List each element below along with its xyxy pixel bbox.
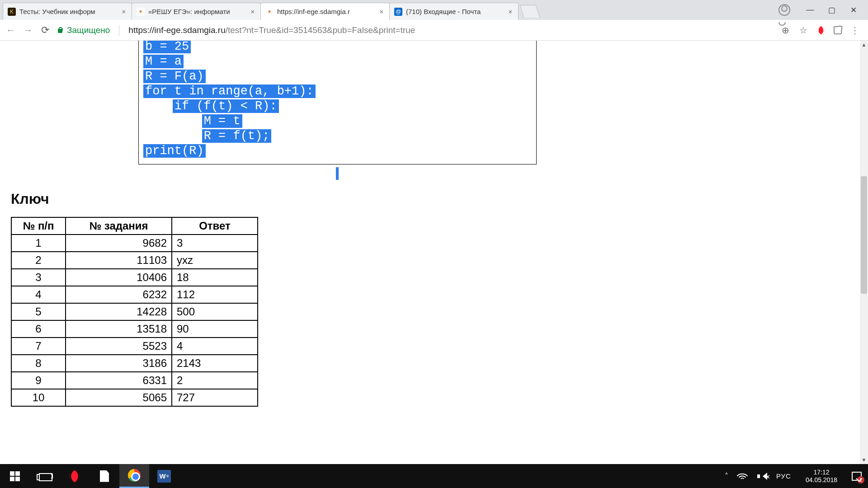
cell-index: 3: [11, 269, 66, 286]
table-header: Ответ: [172, 217, 258, 235]
secure-label: Защищено: [67, 25, 110, 35]
scroll-down-arrow-icon[interactable]: ▼: [860, 456, 868, 464]
tab-close-button[interactable]: ×: [121, 8, 127, 15]
clock-time: 17:12: [806, 469, 837, 476]
file-icon: [100, 470, 109, 482]
taskbar-opera[interactable]: [60, 464, 90, 488]
taskbar-file[interactable]: [90, 464, 119, 488]
tab-close-button[interactable]: ×: [250, 8, 256, 15]
input-language[interactable]: РУС: [776, 472, 791, 480]
new-tab-button[interactable]: [519, 5, 540, 18]
browser-tab[interactable]: KТесты: Учебник информ×: [3, 3, 132, 20]
taskbar-word[interactable]: W≡: [149, 464, 179, 488]
tab-close-button[interactable]: ×: [378, 8, 385, 15]
start-button[interactable]: [0, 464, 30, 488]
vertical-scrollbar[interactable]: ▲ ▼: [860, 41, 868, 464]
extension-icon[interactable]: [834, 26, 842, 34]
taskview-icon: [39, 472, 51, 481]
cell-answer: 3: [172, 235, 258, 252]
action-center-icon[interactable]: 1: [852, 472, 862, 481]
code-line[interactable]: M = a: [143, 54, 532, 69]
nav-forward-button[interactable]: →: [23, 24, 33, 36]
chrome-menu-button[interactable]: ⋮: [850, 25, 860, 36]
taskbar-chrome[interactable]: [119, 464, 149, 488]
cell-task-id: 5523: [66, 338, 172, 355]
windows-logo-icon: [10, 471, 20, 481]
scroll-thumb[interactable]: [861, 176, 867, 294]
task-view-button[interactable]: [30, 464, 60, 488]
volume-muted-icon[interactable]: ✕: [757, 473, 766, 480]
table-row: 963312: [11, 372, 258, 389]
cell-task-id: 5065: [66, 389, 172, 406]
nav-back-button[interactable]: ←: [5, 24, 16, 36]
cell-index: 8: [11, 355, 66, 372]
code-line[interactable]: M = t: [143, 114, 532, 129]
code-line[interactable]: for t in range(a, b+1):: [143, 84, 532, 99]
secure-indicator[interactable]: Защищено: [57, 25, 110, 35]
table-row: 831862143: [11, 355, 258, 372]
table-row: 31040618: [11, 269, 258, 286]
cell-index: 7: [11, 338, 66, 355]
cell-answer: yxz: [172, 252, 258, 269]
tab-favicon-icon: ✶: [137, 8, 145, 16]
wifi-icon[interactable]: [738, 473, 747, 480]
table-row: 514228500: [11, 303, 258, 320]
tab-title: «РЕШУ ЕГЭ»: информати: [148, 8, 246, 15]
browser-tab[interactable]: ✶https://inf-ege.sdamgia.r×: [260, 3, 390, 20]
address-bar: ← → ⟳ Защищено https://inf-ege.sdamgia.r…: [0, 20, 868, 41]
table-row: 61351890: [11, 320, 258, 338]
cell-answer: 112: [172, 286, 258, 303]
scroll-up-arrow-icon[interactable]: ▲: [860, 41, 868, 49]
window-minimize-button[interactable]: —: [806, 5, 815, 14]
code-line[interactable]: b = 25: [143, 41, 532, 54]
table-header: № п/п: [11, 217, 66, 235]
browser-titlebar: KТесты: Учебник информ×✶«РЕШУ ЕГЭ»: инфо…: [0, 0, 868, 20]
tab-title: (710) Входящие - Почта: [406, 8, 504, 15]
cell-task-id: 10406: [66, 269, 172, 286]
browser-tab[interactable]: @(710) Входящие - Почта×: [389, 3, 519, 20]
table-row: 211103yxz: [11, 252, 258, 269]
windows-taskbar: W≡ ˄ ✕ РУС 17:12 04.05.2018 1: [0, 464, 868, 488]
cell-answer: 90: [172, 320, 258, 338]
tab-favicon-icon: @: [394, 8, 402, 16]
cell-task-id: 14228: [66, 303, 172, 320]
tab-favicon-icon: ✶: [265, 8, 274, 16]
code-line[interactable]: if (f(t) < R):: [143, 99, 532, 114]
nav-reload-button[interactable]: ⟳: [40, 24, 51, 36]
system-tray: ˄ ✕ РУС 17:12 04.05.2018 1: [722, 469, 868, 484]
lock-icon: [57, 27, 63, 33]
code-line[interactable]: R = f(t);: [143, 129, 532, 144]
cell-answer: 2: [172, 372, 258, 389]
word-icon: W≡: [157, 470, 171, 483]
table-header: № задания: [66, 217, 172, 235]
tab-close-button[interactable]: ×: [507, 8, 514, 15]
url-field[interactable]: https://inf-ege.sdamgia.ru/test?nt=True&…: [128, 25, 774, 35]
page-viewport[interactable]: b = 25M = aR = F(a)for t in range(a, b+1…: [0, 41, 860, 464]
clock-date: 04.05.2018: [806, 476, 837, 484]
window-maximize-button[interactable]: ▢: [827, 5, 836, 15]
code-line[interactable]: R = F(a): [143, 69, 532, 84]
answers-table: № п/п№ заданияОтвет 196823211103yxz31040…: [11, 217, 258, 407]
tabs-strip: KТесты: Учебник информ×✶«РЕШУ ЕГЭ»: инфо…: [0, 0, 518, 20]
cell-index: 5: [11, 303, 66, 320]
cell-index: 10: [11, 389, 66, 406]
tab-favicon-icon: K: [8, 8, 16, 16]
zoom-icon[interactable]: ⊕: [780, 25, 790, 36]
table-row: 196823: [11, 235, 258, 252]
cell-index: 2: [11, 252, 66, 269]
browser-tab[interactable]: ✶«РЕШУ ЕГЭ»: информати×: [132, 3, 261, 20]
code-line[interactable]: print(R): [143, 144, 532, 159]
window-close-button[interactable]: ✕: [849, 5, 858, 15]
cell-index: 4: [11, 286, 66, 303]
tray-expand-icon[interactable]: ˄: [725, 472, 728, 480]
cell-index: 6: [11, 320, 66, 338]
bookmark-star-icon[interactable]: ☆: [798, 25, 808, 36]
notification-badge: 1: [857, 476, 864, 483]
opera-extension-icon[interactable]: [817, 26, 825, 35]
taskbar-clock[interactable]: 17:12 04.05.2018: [801, 469, 842, 484]
cell-answer: 18: [172, 269, 258, 286]
profile-avatar-icon[interactable]: [778, 4, 793, 16]
code-content[interactable]: b = 25M = aR = F(a)for t in range(a, b+1…: [139, 41, 536, 159]
separator: [119, 25, 119, 36]
cell-index: 1: [11, 235, 66, 252]
